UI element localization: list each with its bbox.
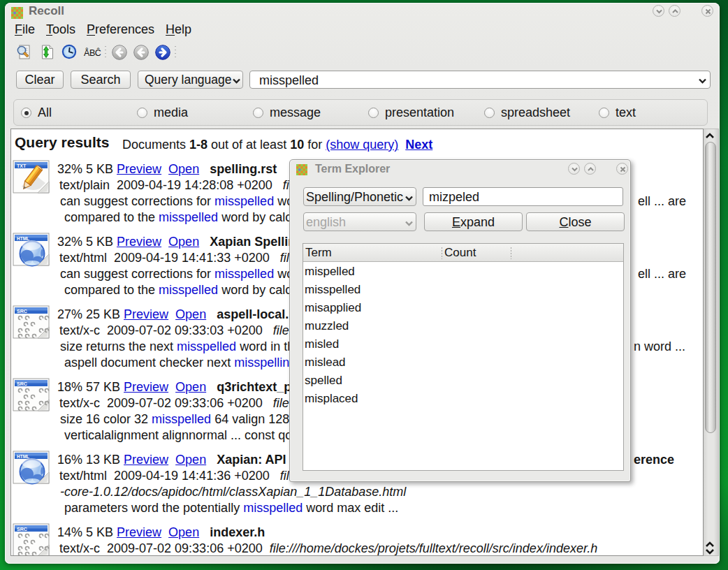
svg-text:HTML: HTML [17, 454, 29, 459]
svg-text:HTML: HTML [17, 236, 29, 241]
svg-text:ÅBĈ: ÅBĈ [84, 48, 101, 58]
svg-text:SRC: SRC [17, 309, 27, 314]
svg-text:SRC: SRC [17, 527, 27, 532]
svg-text:SRC: SRC [17, 381, 27, 386]
svg-text:TXT: TXT [17, 163, 27, 168]
